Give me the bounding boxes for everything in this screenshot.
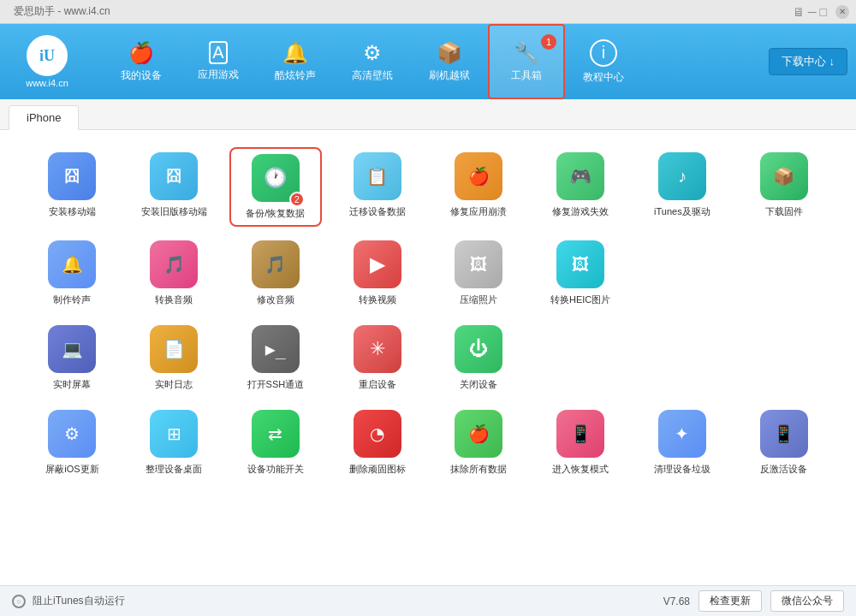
status-bar: ○ 阻止iTunes自动运行 V7.68 检查更新 微信公众号 bbox=[0, 585, 856, 616]
winbtn-area: 🖥 ─ □ bbox=[793, 5, 827, 19]
backup-restore-icon: 🕐 2 bbox=[252, 154, 300, 202]
ringtones-label: 酷炫铃声 bbox=[275, 68, 316, 83]
tool-clean-junk[interactable]: ✦ 清理设备垃圾 bbox=[636, 405, 729, 481]
tool-install-app[interactable]: 囧 安装移动端 bbox=[26, 147, 119, 227]
delete-stubborn-icon: ◔ bbox=[354, 410, 401, 458]
my-device-label: 我的设备 bbox=[121, 68, 162, 83]
make-ringtone-label: 制作铃声 bbox=[53, 293, 91, 306]
tool-shutdown-device[interactable]: ⏻ 关闭设备 bbox=[432, 320, 526, 396]
convert-heic-label: 转换HEIC图片 bbox=[550, 293, 610, 306]
logo-text: www.i4.cn bbox=[26, 78, 68, 88]
tool-organize-desktop[interactable]: ⊞ 整理设备桌面 bbox=[128, 405, 221, 481]
jailbreak-label: 刷机越狱 bbox=[429, 68, 470, 83]
itunes-driver-icon: ♪ bbox=[658, 152, 706, 200]
install-old-icon: 囧 bbox=[150, 152, 198, 200]
tool-fix-app-crash[interactable]: 🍎 修复应用崩溃 bbox=[432, 147, 526, 227]
version-text: V7.68 bbox=[663, 595, 690, 607]
tools-row-4: ⚙ 屏蔽iOS更新 ⊞ 整理设备桌面 ⇄ 设备功能开关 ◔ 删除顽固图标 🍎 bbox=[26, 405, 830, 481]
status-text: 阻止iTunes自动运行 bbox=[33, 594, 125, 608]
nav-item-my-device[interactable]: 🍎 我的设备 bbox=[103, 24, 180, 99]
wallpaper-icon: ⚙ bbox=[363, 41, 382, 65]
nav-item-wallpaper[interactable]: ⚙ 高清壁纸 bbox=[334, 24, 411, 99]
tool-device-toggle[interactable]: ⇄ 设备功能开关 bbox=[229, 405, 323, 481]
compress-photo-icon: 🖼 bbox=[455, 240, 502, 288]
nav-item-toolbox[interactable]: 🔧 工具箱 1 bbox=[488, 24, 565, 99]
tools-row-2: 🔔 制作铃声 🎵 转换音频 🎵 修改音频 ▶ 转换视频 🖼 压 bbox=[26, 235, 830, 311]
logo-area: iU www.i4.cn bbox=[9, 35, 86, 88]
clean-junk-label: 清理设备垃圾 bbox=[654, 463, 710, 476]
main-content: 囧 安装移动端 囧 安装旧版移动端 🕐 2 备份/恢复数据 📋 迁移设备数据 bbox=[0, 130, 856, 585]
clean-junk-icon: ✦ bbox=[658, 410, 706, 458]
download-button[interactable]: 下载中心 ↓ bbox=[769, 48, 847, 75]
nav-item-ringtones[interactable]: 🔔 酷炫铃声 bbox=[257, 24, 334, 99]
tool-convert-audio[interactable]: 🎵 转换音频 bbox=[128, 235, 221, 311]
delete-stubborn-label: 删除顽固图标 bbox=[349, 463, 406, 476]
migrate-data-label: 迁移设备数据 bbox=[349, 205, 406, 218]
tool-itunes-driver[interactable]: ♪ iTunes及驱动 bbox=[636, 147, 729, 227]
install-old-label: 安装旧版移动端 bbox=[141, 205, 207, 218]
nav-item-app-games[interactable]: A 应用游戏 bbox=[180, 24, 257, 99]
backup-restore-label: 备份/恢复数据 bbox=[246, 207, 305, 220]
reboot-device-icon: ✳ bbox=[354, 325, 401, 373]
convert-audio-label: 转换音频 bbox=[155, 293, 193, 306]
tool-anti-activate[interactable]: 📱 反激活设备 bbox=[737, 405, 830, 481]
tool-make-ringtone[interactable]: 🔔 制作铃声 bbox=[26, 235, 119, 311]
nav-item-tutorial[interactable]: i 教程中心 bbox=[565, 24, 642, 99]
tool-edit-audio[interactable]: 🎵 修改音频 bbox=[229, 235, 323, 311]
tool-convert-heic[interactable]: 🖼 转换HEIC图片 bbox=[534, 235, 627, 311]
tool-empty-1 bbox=[636, 235, 729, 311]
tool-enter-recovery[interactable]: 📱 进入恢复模式 bbox=[534, 405, 627, 481]
tool-backup-restore[interactable]: 🕐 2 备份/恢复数据 bbox=[229, 147, 323, 227]
tutorial-label: 教程中心 bbox=[583, 70, 624, 85]
tool-reboot-device[interactable]: ✳ 重启设备 bbox=[330, 320, 424, 396]
jailbreak-icon: 📦 bbox=[437, 41, 462, 65]
tool-empty-2 bbox=[737, 235, 830, 311]
toolbox-label: 工具箱 bbox=[511, 68, 542, 83]
window-title: 爱思助手 - www.i4.cn bbox=[7, 4, 110, 19]
tool-erase-all[interactable]: 🍎 抹除所有数据 bbox=[432, 405, 526, 481]
tool-empty-5 bbox=[737, 320, 830, 396]
tool-realtime-screen[interactable]: 💻 实时屏幕 bbox=[26, 320, 119, 396]
tool-realtime-log[interactable]: 📄 实时日志 bbox=[128, 320, 221, 396]
download-firmware-icon: 📦 bbox=[760, 152, 808, 200]
check-update-button[interactable]: 检查更新 bbox=[698, 590, 762, 612]
tool-download-firmware[interactable]: 📦 下载固件 bbox=[737, 147, 830, 227]
device-toggle-icon: ⇄ bbox=[252, 410, 300, 458]
toolbox-icon: 🔧 bbox=[514, 41, 539, 65]
fix-game-icon: 🎮 bbox=[556, 152, 604, 200]
convert-audio-icon: 🎵 bbox=[150, 240, 198, 288]
tool-fix-game[interactable]: 🎮 修复游戏失效 bbox=[534, 147, 627, 227]
edit-audio-label: 修改音频 bbox=[257, 293, 294, 306]
title-bar: 爱思助手 - www.i4.cn 🖥 ─ □ ✕ bbox=[0, 0, 856, 24]
tool-compress-photo[interactable]: 🖼 压缩照片 bbox=[432, 235, 526, 311]
convert-video-label: 转换视频 bbox=[359, 293, 396, 306]
logo-icon: iU bbox=[27, 35, 68, 76]
wallpaper-label: 高清壁纸 bbox=[352, 68, 393, 83]
tool-migrate-data[interactable]: 📋 迁移设备数据 bbox=[330, 147, 424, 227]
block-ios-update-label: 屏蔽iOS更新 bbox=[45, 463, 98, 476]
tool-open-ssh[interactable]: ▶_ 打开SSH通道 bbox=[229, 320, 323, 396]
tool-empty-3 bbox=[534, 320, 627, 396]
realtime-screen-icon: 💻 bbox=[48, 325, 96, 373]
tab-iphone[interactable]: iPhone bbox=[9, 105, 79, 130]
realtime-log-icon: 📄 bbox=[150, 325, 198, 373]
status-right: V7.68 检查更新 微信公众号 bbox=[663, 590, 844, 612]
tool-delete-stubborn[interactable]: ◔ 删除顽固图标 bbox=[330, 405, 424, 481]
toolbox-badge: 1 bbox=[541, 34, 556, 50]
itunes-driver-label: iTunes及驱动 bbox=[654, 205, 710, 218]
nav-items: 🍎 我的设备 A 应用游戏 🔔 酷炫铃声 ⚙ 高清壁纸 📦 刷机越狱 🔧 工具箱… bbox=[103, 24, 769, 99]
realtime-log-label: 实时日志 bbox=[155, 378, 193, 391]
close-button[interactable]: ✕ bbox=[835, 5, 849, 19]
erase-all-icon: 🍎 bbox=[455, 410, 502, 458]
anti-activate-label: 反激活设备 bbox=[760, 463, 807, 476]
tool-install-old[interactable]: 囧 安装旧版移动端 bbox=[128, 147, 221, 227]
tool-convert-video[interactable]: ▶ 转换视频 bbox=[330, 235, 424, 311]
tool-block-ios-update[interactable]: ⚙ 屏蔽iOS更新 bbox=[26, 405, 119, 481]
fix-app-crash-label: 修复应用崩溃 bbox=[450, 205, 507, 218]
install-app-label: 安装移动端 bbox=[49, 205, 96, 218]
status-circle-icon: ○ bbox=[12, 595, 26, 608]
open-ssh-icon: ▶_ bbox=[252, 325, 300, 373]
erase-all-label: 抹除所有数据 bbox=[450, 463, 507, 476]
nav-item-jailbreak[interactable]: 📦 刷机越狱 bbox=[411, 24, 488, 99]
wechat-button[interactable]: 微信公众号 bbox=[770, 590, 844, 612]
